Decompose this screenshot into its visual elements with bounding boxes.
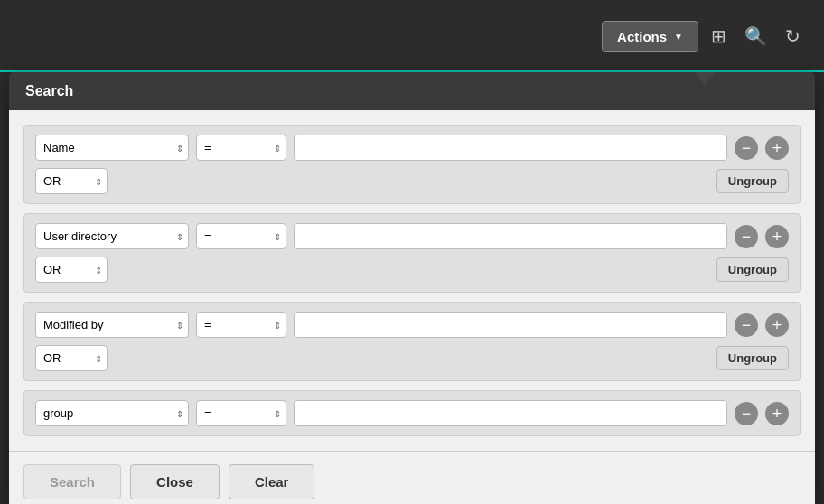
search-icon-button[interactable]: 🔍 [739, 22, 772, 51]
grid-icon: ⊞ [711, 26, 726, 46]
panel-body: Name User directory Modified by group = … [9, 110, 815, 451]
field-select-3[interactable]: Name User directory Modified by group [35, 312, 189, 338]
remove-filter-1-button[interactable]: − [735, 136, 758, 160]
value-input-1[interactable] [294, 135, 727, 161]
add-filter-4-button[interactable]: + [765, 402, 789, 425]
filter-row-2: Name User directory Modified by group = … [35, 223, 789, 249]
remove-filter-4-button[interactable]: − [735, 402, 758, 425]
filter-group-2: Name User directory Modified by group = … [23, 213, 801, 293]
panel-footer: Search Close Clear [9, 451, 815, 504]
field-select-wrapper-2: Name User directory Modified by group [35, 223, 189, 249]
panel-title: Search [25, 83, 73, 98]
value-input-2[interactable] [294, 223, 727, 249]
connector-row-3: OR AND Ungroup [35, 345, 789, 371]
connector-row-2: OR AND Ungroup [35, 257, 789, 283]
filter-group-3: Name User directory Modified by group = … [23, 302, 801, 381]
field-select-wrapper-1: Name User directory Modified by group [35, 135, 189, 161]
op-select-2[interactable]: = != contains [196, 223, 286, 249]
field-select-4[interactable]: Name User directory Modified by group [35, 400, 189, 426]
value-input-3[interactable] [294, 312, 727, 338]
add-filter-2-button[interactable]: + [765, 225, 789, 248]
op-select-wrapper-1: = != contains [196, 135, 286, 161]
close-button[interactable]: Close [130, 464, 220, 499]
remove-filter-3-button[interactable]: − [735, 313, 758, 337]
field-select-wrapper-4: Name User directory Modified by group [35, 400, 189, 426]
connector-select-wrapper-2: OR AND [35, 257, 108, 283]
ungroup-3-button[interactable]: Ungroup [716, 346, 789, 370]
connector-select-3[interactable]: OR AND [35, 345, 108, 371]
refresh-button[interactable]: ↻ [780, 22, 806, 51]
tooltip-triangle [694, 72, 716, 85]
connector-row-1: OR AND Ungroup [35, 168, 789, 194]
clear-button[interactable]: Clear [229, 464, 315, 499]
add-filter-1-button[interactable]: + [765, 136, 789, 160]
ungroup-1-button[interactable]: Ungroup [716, 169, 789, 193]
actions-button[interactable]: Actions ▼ [602, 21, 698, 52]
op-select-wrapper-3: = != contains [196, 312, 286, 338]
separator-2 [23, 293, 801, 302]
op-select-3[interactable]: = != contains [196, 312, 286, 338]
refresh-icon: ↻ [785, 26, 801, 46]
filter-row-1: Name User directory Modified by group = … [35, 135, 789, 161]
grid-view-button[interactable]: ⊞ [706, 22, 732, 51]
filter-row-3: Name User directory Modified by group = … [35, 312, 789, 338]
op-select-1[interactable]: = != contains [196, 135, 286, 161]
field-select-1[interactable]: Name User directory Modified by group [35, 135, 189, 161]
field-select-2[interactable]: Name User directory Modified by group [35, 223, 189, 249]
field-select-wrapper-3: Name User directory Modified by group [35, 312, 189, 338]
actions-label: Actions [617, 29, 667, 44]
filter-group-4: Name User directory Modified by group = … [23, 390, 801, 436]
search-icon: 🔍 [744, 26, 767, 46]
filter-group-1: Name User directory Modified by group = … [23, 125, 801, 204]
separator-3 [23, 381, 801, 390]
separator-1 [23, 204, 801, 213]
chevron-down-icon: ▼ [674, 32, 683, 42]
top-bar: Actions ▼ ⊞ 🔍 ↻ [0, 0, 824, 72]
connector-select-wrapper-3: OR AND [35, 345, 108, 371]
ungroup-2-button[interactable]: Ungroup [716, 257, 789, 282]
add-filter-3-button[interactable]: + [765, 313, 789, 337]
search-panel: Search Name User directory Modified by g… [9, 72, 815, 504]
connector-select-1[interactable]: OR AND [35, 168, 108, 194]
connector-select-wrapper-1: OR AND [35, 168, 108, 194]
search-button[interactable]: Search [23, 464, 121, 499]
connector-select-2[interactable]: OR AND [35, 257, 108, 283]
value-input-4[interactable] [294, 400, 727, 426]
op-select-wrapper-2: = != contains [196, 223, 286, 249]
op-select-4[interactable]: = != contains [196, 400, 286, 426]
op-select-wrapper-4: = != contains [196, 400, 286, 426]
remove-filter-2-button[interactable]: − [735, 225, 758, 248]
filter-row-4: Name User directory Modified by group = … [35, 400, 789, 426]
